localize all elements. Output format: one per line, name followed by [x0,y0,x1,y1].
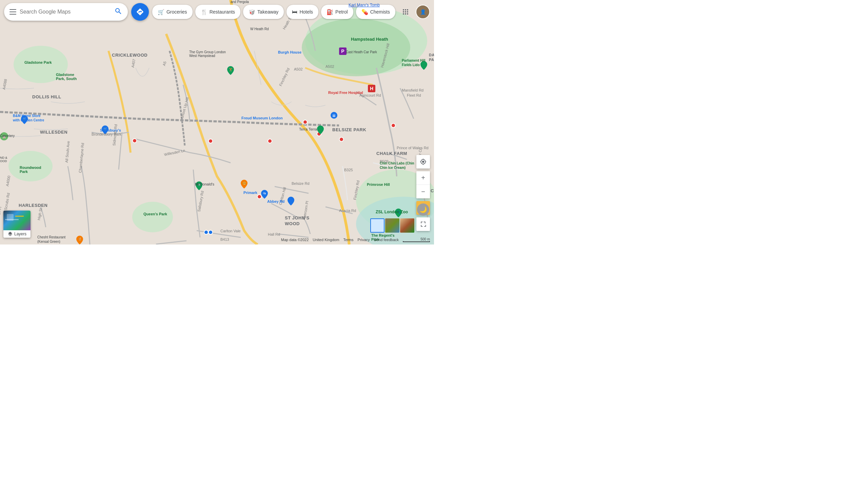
svg-point-13 [339,137,343,141]
svg-text:🐾: 🐾 [397,210,401,214]
svg-point-18 [204,230,208,234]
zoom-out-button[interactable]: − [416,185,430,198]
svg-point-10 [268,139,272,143]
scale-line [403,241,430,242]
location-button[interactable] [416,155,430,169]
top-right-controls: 👤 [399,5,430,19]
category-pills: 🛒Groceries🍴Restaurants🥡Takeaway🛏Hotels⛽P… [152,5,395,19]
scale-bar: 500 m [403,237,430,242]
svg-text:🍔: 🍔 [242,181,246,185]
satellite-map-button[interactable] [385,218,399,233]
svg-text:B509: B509 [380,159,389,163]
zoom-in-button[interactable]: + [416,171,430,185]
svg-text:🛒: 🛒 [103,127,107,131]
svg-text:🏋: 🏋 [229,67,233,72]
svg-point-3 [14,46,68,83]
privacy-link[interactable]: Privacy [358,238,370,242]
search-button[interactable] [114,7,122,17]
svg-text:P: P [341,48,344,54]
svg-point-11 [303,120,307,124]
svg-text:Mansfield Rd: Mansfield Rd [402,88,423,92]
svg-point-19 [209,230,213,234]
search-container [4,3,128,21]
svg-text:🏛: 🏛 [332,114,336,118]
svg-text:♻: ♻ [198,183,200,187]
category-pill-takeaway[interactable]: 🥡Takeaway [243,5,284,19]
map[interactable]: G o o g l e 🏋 H P 🏛 [0,0,434,244]
zoom-controls: + − [416,171,430,198]
directions-button[interactable] [131,3,149,21]
svg-text:🛍: 🛍 [263,192,266,195]
category-pill-restaurants[interactable]: 🍴Restaurants [195,5,240,19]
svg-text:Agincourt Rd: Agincourt Rd [359,93,381,97]
svg-text:A502: A502 [326,64,334,69]
svg-text:⛪: ⛪ [2,134,6,139]
svg-point-15 [257,195,261,199]
region-text: United Kingdom [313,238,339,242]
time-of-day: 🌙 [417,203,429,216]
expand-button[interactable] [416,217,430,231]
svg-text:🛒: 🛒 [23,117,27,121]
svg-text:A502: A502 [294,67,303,71]
layers-button[interactable]: Layers [3,211,31,238]
svg-text:Fleet Rd: Fleet Rd [407,93,421,97]
svg-text:Carlton Vale: Carlton Vale [220,229,241,233]
category-pill-hotels[interactable]: 🛏Hotels [287,5,318,19]
svg-text:Acacia Rd: Acacia Rd [339,209,356,213]
map-type-selector [370,218,414,233]
send-feedback-link[interactable]: Send feedback [374,238,399,242]
svg-text:Brondesbury Park: Brondesbury Park [92,132,122,136]
terms-link[interactable]: Terms [343,238,354,242]
hamburger-menu[interactable] [9,9,16,15]
search-input[interactable] [20,9,111,15]
svg-text:H: H [370,86,373,91]
category-pill-petrol[interactable]: ⛽Petrol [321,5,353,19]
map-data-text: Map data ©2022 [281,238,309,242]
apps-button[interactable] [399,5,412,19]
right-controls: + − [416,155,430,231]
svg-text:Belsize Rd: Belsize Rd [292,181,310,185]
bottom-bar: Map data ©2022 United Kingdom Terms Priv… [0,235,434,244]
svg-point-14 [391,123,395,128]
svg-text:Prince of Wales Rd: Prince of Wales Rd [397,146,429,150]
svg-point-9 [209,139,213,143]
svg-point-2 [302,19,410,76]
svg-point-8 [133,139,137,143]
svg-text:B325: B325 [344,168,353,172]
profile-button[interactable]: 👤 [416,5,430,19]
layers-preview [3,211,31,230]
category-pill-groceries[interactable]: 🛒Groceries [152,5,193,19]
terrain-map-button[interactable] [400,218,414,233]
svg-point-4 [8,151,53,181]
svg-point-7 [132,202,173,232]
category-pill-chemists[interactable]: 💊Chemists [356,5,395,19]
default-map-button[interactable] [370,218,384,233]
